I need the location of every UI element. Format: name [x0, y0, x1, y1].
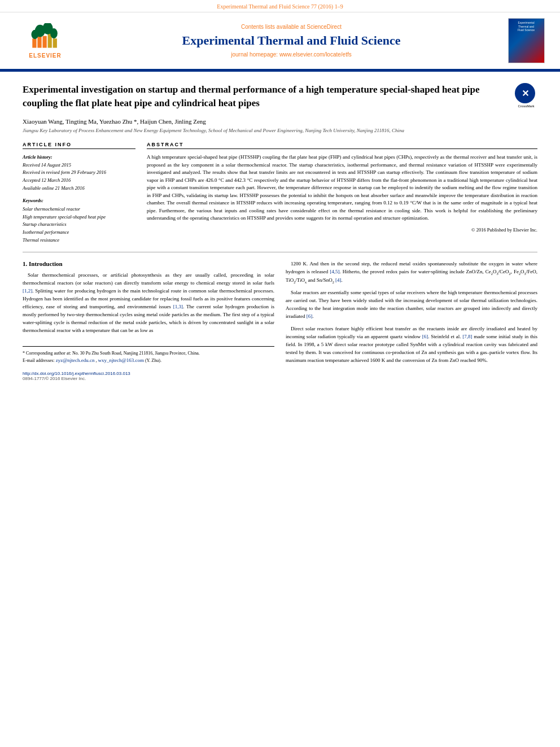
sciencedirect-line: Contents lists available at ScienceDirec…	[79, 24, 504, 30]
history-heading: Article history:	[23, 154, 135, 161]
homepage-url[interactable]: www.elsevier.com/locate/etfs	[279, 51, 352, 58]
crossmark-badge[interactable]: ✕ CrossMark	[515, 83, 537, 106]
keyword-2: High temperature special-shaped heat pip…	[23, 213, 135, 221]
sciencedirect-name[interactable]: ScienceDirect	[307, 24, 342, 30]
journal-header: ELSEVIER Contents lists available at Sci…	[0, 12, 560, 70]
footnote-email: E-mail addresses: zyz@njtech.edu.cn , wx…	[23, 357, 274, 365]
intro-para-right-1: 1200 K. And then in the second step, the…	[286, 260, 537, 285]
article-info-col: Article Info Article history: Received 1…	[23, 142, 135, 244]
keyword-3: Startup characteristics	[23, 221, 135, 229]
abstract-paragraph: A high temperature special-shaped heat p…	[147, 154, 537, 222]
journal-homepage: journal homepage: www.elsevier.com/locat…	[79, 51, 504, 58]
cite-7-8[interactable]: [7,8]	[462, 334, 472, 339]
article-title: Experimental investigation on startup an…	[23, 83, 509, 110]
abstract-text: A high temperature special-shaped heat p…	[147, 154, 537, 222]
cite-1-3[interactable]: [1,3]	[173, 304, 183, 309]
available-date: Available online 21 March 2016	[23, 185, 135, 193]
crossmark-label: CrossMark	[515, 104, 537, 108]
journal-title: Experimental Thermal and Fluid Science	[79, 33, 504, 48]
doi-link[interactable]: http://dx.doi.org/10.1016/j.expthermflus…	[23, 371, 130, 376]
intro-body-text-left: Solar thermochemical processes, or artif…	[23, 272, 274, 335]
svg-rect-2	[42, 36, 46, 47]
cite-6[interactable]: [6]	[307, 313, 313, 319]
elsevier-logo: ELSEVIER	[28, 23, 62, 59]
info-abstract-section: Article Info Article history: Received 1…	[23, 142, 537, 244]
journal-header-left: ELSEVIER	[11, 23, 79, 59]
intro-para-1: Solar thermochemical processes, or artif…	[23, 272, 274, 335]
cite-6b[interactable]: [6]	[422, 334, 428, 339]
abstract-col: Abstract A high temperature special-shap…	[147, 142, 537, 244]
crossmark-symbol: ✕	[522, 88, 529, 99]
affiliation-line: Jiangsu Key Laboratory of Process Enhanc…	[23, 127, 537, 134]
article-history: Article history: Received 14 August 2015…	[23, 154, 135, 192]
svg-point-7	[31, 29, 38, 38]
body-right-col: 1200 K. And then in the second step, the…	[286, 260, 537, 383]
intro-para-right-2: Solar reactors are essentially some spec…	[286, 289, 537, 321]
footnote-area: * Corresponding author at: No. 30 Pu Zhu…	[23, 346, 274, 365]
intro-heading: 1. Introduction	[23, 260, 274, 267]
accepted-date: Accepted 12 March 2016	[23, 177, 135, 185]
journal-header-center: Contents lists available at ScienceDirec…	[79, 24, 504, 58]
intro-body-text-right: 1200 K. And then in the second step, the…	[286, 260, 537, 364]
intro-para-right-3: Direct solar reactors feature highly eff…	[286, 325, 537, 365]
footnote-email-link-1[interactable]: zyz@njtech.edu.cn	[56, 357, 95, 363]
homepage-label: journal homepage:	[231, 51, 278, 58]
elsevier-label: ELSEVIER	[29, 53, 61, 59]
keyword-1: Solar thermochemical reactor	[23, 206, 135, 213]
keyword-4: Isothermal performance	[23, 229, 135, 237]
svg-rect-4	[53, 38, 57, 47]
intro-section-number: 1.	[23, 260, 27, 267]
svg-rect-0	[32, 38, 36, 47]
section-separator	[23, 252, 537, 252]
footnote-email-label: E-mail addresses:	[23, 358, 56, 363]
journal-cover-image: Experimental Thermal and Fluid Science	[508, 18, 545, 63]
article-title-section: Experimental investigation on startup an…	[23, 83, 537, 110]
keywords-section: Keywords: Solar thermochemical reactor H…	[23, 198, 135, 244]
keyword-5: Thermal resistance	[23, 237, 135, 244]
article-info-header: Article Info	[23, 142, 135, 149]
svg-point-8	[50, 28, 58, 38]
journal-volume-link[interactable]: Experimental Thermal and Fluid Science 7…	[217, 3, 343, 10]
issn-line: 0894-1777/© 2016 Elsevier Inc.	[23, 376, 274, 381]
article-area: Experimental investigation on startup an…	[0, 72, 560, 395]
intro-section-title: Introduction	[29, 260, 63, 267]
elsevier-tree-icon	[28, 23, 62, 51]
revised-date: Received in revised form 29 February 201…	[23, 169, 135, 177]
cover-title: Experimental Thermal and Fluid Science	[518, 21, 535, 32]
cite-1-2[interactable]: [1,2]	[23, 288, 32, 294]
authors-line: Xiaoyuan Wang, Tingting Ma, Yuezhao Zhu …	[23, 118, 537, 125]
keywords-heading: Keywords:	[23, 198, 135, 203]
top-bar: Experimental Thermal and Fluid Science 7…	[0, 0, 560, 12]
footnote-email-person: (Y. Zhu).	[145, 358, 161, 363]
copyright-line: © 2016 Published by Elsevier Inc.	[147, 227, 537, 233]
doi-line: http://dx.doi.org/10.1016/j.expthermflus…	[23, 371, 274, 376]
abstract-header: Abstract	[147, 142, 537, 149]
received-date: Received 14 August 2015	[23, 161, 135, 169]
journal-header-right: Experimental Thermal and Fluid Science	[504, 18, 549, 63]
sciencedirect-prefix: Contents lists available at	[241, 24, 305, 30]
cite-4[interactable]: [4]	[335, 277, 342, 283]
body-left-col: 1. Introduction Solar thermochemical pro…	[23, 260, 274, 383]
doi-footer: http://dx.doi.org/10.1016/j.expthermflus…	[23, 369, 274, 383]
crossmark-circle: ✕	[515, 83, 535, 103]
footnote-star: * Corresponding author at: No. 30 Pu Zhu…	[23, 350, 274, 357]
cite-4-5[interactable]: [4,5]	[330, 269, 339, 274]
body-section: 1. Introduction Solar thermochemical pro…	[23, 260, 537, 383]
footnote-email-link-2[interactable]: wxy_njtech@163.com	[98, 357, 144, 363]
